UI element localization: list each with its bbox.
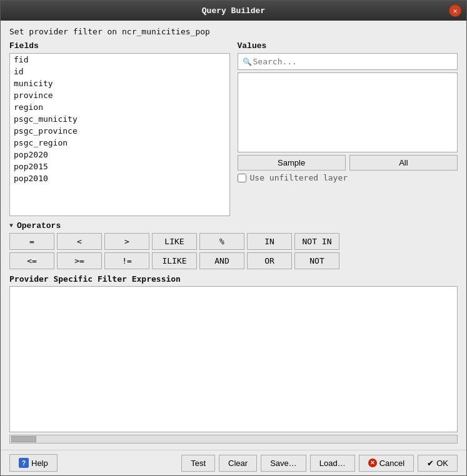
scrollbar-thumb	[11, 436, 36, 442]
title-bar: Query Builder ✕	[1, 1, 466, 21]
list-item[interactable]: pop2020	[10, 149, 229, 161]
list-item[interactable]: psgc_municity	[10, 113, 229, 125]
list-item[interactable]: psgc_region	[10, 137, 229, 149]
load-button[interactable]: Load…	[310, 455, 355, 472]
cancel-icon: ✕	[368, 459, 377, 467]
fields-list-container[interactable]: fididmunicityprovinceregionpsgc_municity…	[9, 53, 230, 216]
cancel-button[interactable]: ✕ Cancel	[359, 455, 414, 472]
fields-header: Fields	[9, 41, 230, 51]
operator-button[interactable]: LIKE	[152, 233, 197, 250]
values-buttons: Sample All	[238, 155, 458, 171]
collapse-arrow-icon[interactable]: ▼	[9, 222, 13, 229]
bottom-right-buttons: Test Clear Save… Load… ✕ Cancel ✔OK	[181, 455, 458, 472]
filter-section: Provider Specific Filter Expression	[9, 274, 458, 444]
help-icon: ?	[19, 458, 29, 468]
operator-button[interactable]: NOT	[294, 252, 339, 269]
operator-button[interactable]: >	[104, 233, 149, 250]
fields-list: fididmunicityprovinceregionpsgc_municity…	[10, 54, 229, 184]
window-title: Query Builder	[202, 6, 265, 16]
filter-textarea-wrap	[9, 286, 458, 432]
panels-row: Fields fididmunicityprovinceregionpsgc_m…	[9, 41, 458, 216]
ok-icon: ✔	[427, 459, 434, 468]
operators-section: ▼ Operators =<>LIKE%INNOT IN <=>=!=ILIKE…	[9, 221, 458, 269]
horizontal-scrollbar[interactable]	[9, 435, 458, 444]
list-item[interactable]: pop2015	[10, 161, 229, 172]
ok-button[interactable]: ✔OK	[418, 455, 458, 472]
operator-button[interactable]: NOT IN	[294, 233, 339, 250]
ok-label: OK	[436, 459, 448, 468]
operator-button[interactable]: !=	[104, 252, 149, 269]
list-item[interactable]: pop2010	[10, 172, 229, 184]
operator-button[interactable]: AND	[199, 252, 244, 269]
close-button[interactable]: ✕	[449, 4, 461, 17]
clear-button[interactable]: Clear	[219, 455, 257, 472]
operator-button[interactable]: <=	[9, 252, 54, 269]
filter-header: Provider Specific Filter Expression	[9, 274, 458, 284]
search-icon: 🔍	[243, 57, 252, 66]
main-content: Set provider filter on ncr_municities_po…	[1, 21, 466, 450]
bottom-left-buttons: ? Help	[9, 454, 58, 472]
filter-textarea[interactable]	[10, 287, 457, 432]
operators-header: ▼ Operators	[9, 221, 458, 231]
list-item[interactable]: fid	[10, 54, 229, 66]
help-button[interactable]: ? Help	[9, 454, 58, 472]
list-item[interactable]: province	[10, 89, 229, 101]
list-item[interactable]: region	[10, 101, 229, 113]
values-header: Values	[238, 41, 458, 51]
list-item[interactable]: psgc_province	[10, 125, 229, 137]
sample-button[interactable]: Sample	[238, 155, 346, 171]
operator-button[interactable]: IN	[247, 233, 292, 250]
search-box-wrap: 🔍	[238, 53, 458, 70]
operator-button[interactable]: OR	[247, 252, 292, 269]
operator-button[interactable]: %	[199, 233, 244, 250]
unfiltered-checkbox[interactable]	[238, 174, 246, 182]
unfiltered-row: Use unfiltered layer	[238, 173, 458, 182]
bottom-bar: ? Help Test Clear Save… Load… ✕ Cancel ✔…	[1, 450, 466, 475]
operator-button[interactable]: ILIKE	[152, 252, 197, 269]
operators-label: Operators	[17, 221, 61, 231]
values-area[interactable]	[238, 72, 458, 152]
list-item[interactable]: municity	[10, 77, 229, 89]
save-button[interactable]: Save…	[261, 455, 306, 472]
operator-button[interactable]: >=	[57, 252, 102, 269]
query-builder-window: Query Builder ✕ Set provider filter on n…	[0, 0, 467, 476]
operator-button[interactable]: <	[57, 233, 102, 250]
operators-row-1: =<>LIKE%INNOT IN	[9, 233, 458, 250]
values-panel: Values 🔍 Sample All Use unfiltered layer	[238, 41, 458, 216]
list-item[interactable]: id	[10, 66, 229, 77]
help-label: Help	[31, 459, 48, 468]
cancel-label: Cancel	[379, 459, 404, 468]
operator-button[interactable]: =	[9, 233, 54, 250]
all-button[interactable]: All	[349, 155, 458, 171]
unfiltered-label: Use unfiltered layer	[250, 173, 348, 182]
subtitle-text: Set provider filter on ncr_municities_po…	[9, 27, 458, 36]
search-input[interactable]	[238, 53, 458, 70]
test-button[interactable]: Test	[181, 455, 215, 472]
fields-panel: Fields fididmunicityprovinceregionpsgc_m…	[9, 41, 230, 216]
operators-row-2: <=>=!=ILIKEANDORNOT	[9, 252, 458, 269]
operators-grid: =<>LIKE%INNOT IN <=>=!=ILIKEANDORNOT	[9, 233, 458, 269]
